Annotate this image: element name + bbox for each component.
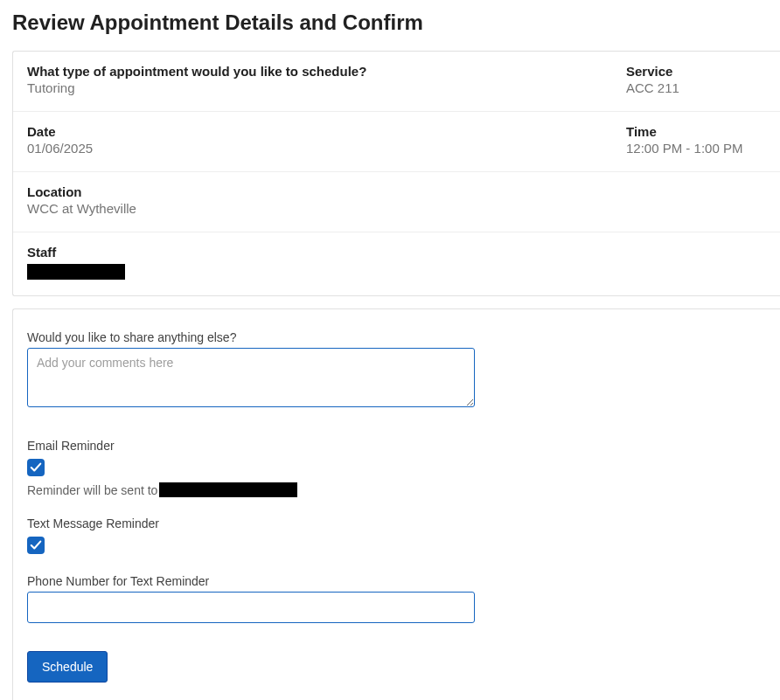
time-value: 12:00 PM - 1:00 PM: [626, 141, 766, 156]
location: Location WCC at Wytheville: [27, 184, 766, 216]
detail-row-type-service: What type of appointment would you like …: [13, 52, 780, 112]
text-reminder-checkbox[interactable]: [27, 537, 45, 554]
schedule-button[interactable]: Schedule: [27, 651, 108, 683]
time-label: Time: [626, 124, 766, 139]
checkmark-icon: [30, 539, 42, 551]
comments-group: Would you like to share anything else?: [27, 330, 766, 411]
staff-value-redacted: [27, 264, 125, 280]
detail-row-staff: Staff: [13, 232, 780, 295]
service: Service ACC 211: [626, 64, 766, 95]
appointment-details-panel: What type of appointment would you like …: [12, 51, 780, 296]
time: Time 12:00 PM - 1:00 PM: [626, 124, 766, 156]
phone-label: Phone Number for Text Reminder: [27, 574, 766, 588]
email-reminder-checkbox[interactable]: [27, 459, 45, 476]
appointment-type: What type of appointment would you like …: [27, 64, 626, 95]
date: Date 01/06/2025: [27, 124, 626, 156]
page-title: Review Appointment Details and Confirm: [12, 10, 780, 35]
location-label: Location: [27, 184, 766, 199]
comments-label: Would you like to share anything else?: [27, 330, 766, 344]
email-reminder-label: Email Reminder: [27, 439, 766, 453]
staff-label: Staff: [27, 245, 766, 260]
location-value: WCC at Wytheville: [27, 201, 766, 216]
email-reminder-hint-prefix: Reminder will be sent to: [27, 483, 157, 497]
staff: Staff: [27, 245, 766, 280]
phone-group: Phone Number for Text Reminder: [27, 574, 766, 623]
confirmation-form: Would you like to share anything else? E…: [12, 308, 780, 700]
email-reminder-address-redacted: [159, 482, 297, 497]
comments-textarea[interactable]: [27, 348, 475, 407]
email-reminder-group: Email Reminder Reminder will be sent to: [27, 439, 766, 497]
detail-row-date-time: Date 01/06/2025 Time 12:00 PM - 1:00 PM: [13, 112, 780, 172]
text-reminder-group: Text Message Reminder: [27, 516, 766, 555]
text-reminder-label: Text Message Reminder: [27, 516, 766, 530]
date-value: 01/06/2025: [27, 141, 626, 156]
service-label: Service: [626, 64, 766, 79]
detail-row-location: Location WCC at Wytheville: [13, 172, 780, 232]
phone-input[interactable]: [27, 592, 475, 623]
service-value: ACC 211: [626, 80, 766, 95]
checkmark-icon: [30, 461, 42, 474]
appointment-type-label: What type of appointment would you like …: [27, 64, 626, 79]
date-label: Date: [27, 124, 626, 139]
email-reminder-hint: Reminder will be sent to: [27, 482, 766, 497]
appointment-type-value: Tutoring: [27, 80, 626, 95]
